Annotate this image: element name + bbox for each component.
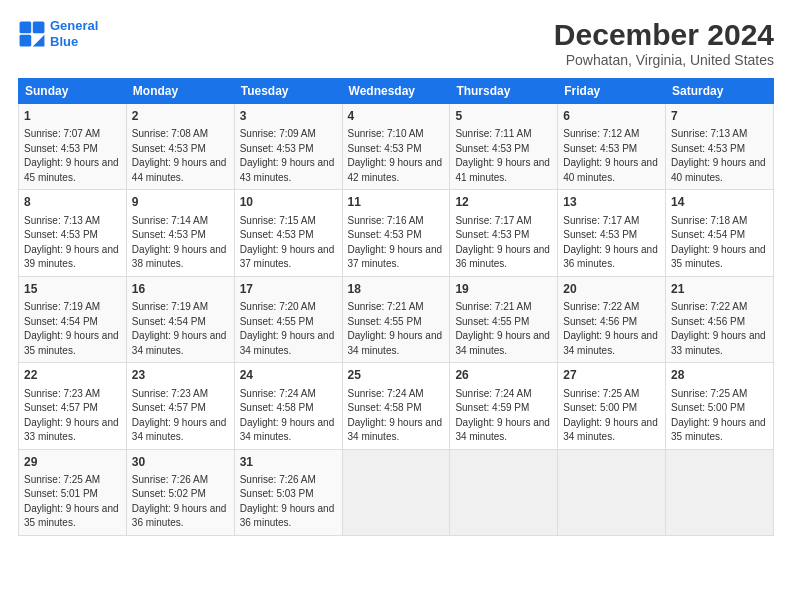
sunset: Sunset: 4:53 PM — [563, 143, 637, 154]
sunrise: Sunrise: 7:14 AM — [132, 215, 208, 226]
sunset: Sunset: 4:53 PM — [348, 229, 422, 240]
daylight: Daylight: 9 hours and 34 minutes. — [348, 417, 443, 443]
day-number: 2 — [132, 108, 229, 125]
sunrise: Sunrise: 7:13 AM — [671, 128, 747, 139]
col-thursday: Thursday — [450, 79, 558, 104]
calendar-cell: 8Sunrise: 7:13 AMSunset: 4:53 PMDaylight… — [19, 190, 127, 276]
page-container: General Blue December 2024 Powhatan, Vir… — [0, 0, 792, 546]
calendar-cell — [558, 449, 666, 535]
calendar-cell: 20Sunrise: 7:22 AMSunset: 4:56 PMDayligh… — [558, 276, 666, 362]
sunset: Sunset: 4:53 PM — [348, 143, 422, 154]
sunrise: Sunrise: 7:22 AM — [563, 301, 639, 312]
day-number: 13 — [563, 194, 660, 211]
sunrise: Sunrise: 7:24 AM — [240, 388, 316, 399]
svg-rect-0 — [20, 21, 32, 33]
calendar-cell: 10Sunrise: 7:15 AMSunset: 4:53 PMDayligh… — [234, 190, 342, 276]
sunset: Sunset: 4:57 PM — [132, 402, 206, 413]
sunrise: Sunrise: 7:25 AM — [671, 388, 747, 399]
day-number: 5 — [455, 108, 552, 125]
svg-marker-3 — [33, 34, 45, 46]
daylight: Daylight: 9 hours and 34 minutes. — [240, 330, 335, 356]
daylight: Daylight: 9 hours and 44 minutes. — [132, 157, 227, 183]
sunrise: Sunrise: 7:20 AM — [240, 301, 316, 312]
logo-general: General — [50, 18, 98, 33]
calendar-cell: 29Sunrise: 7:25 AMSunset: 5:01 PMDayligh… — [19, 449, 127, 535]
calendar-cell: 24Sunrise: 7:24 AMSunset: 4:58 PMDayligh… — [234, 363, 342, 449]
day-number: 6 — [563, 108, 660, 125]
calendar-week-2: 8Sunrise: 7:13 AMSunset: 4:53 PMDaylight… — [19, 190, 774, 276]
day-number: 26 — [455, 367, 552, 384]
sunset: Sunset: 4:53 PM — [563, 229, 637, 240]
day-number: 29 — [24, 454, 121, 471]
sunrise: Sunrise: 7:25 AM — [24, 474, 100, 485]
sunset: Sunset: 4:55 PM — [240, 316, 314, 327]
col-tuesday: Tuesday — [234, 79, 342, 104]
calendar-cell: 19Sunrise: 7:21 AMSunset: 4:55 PMDayligh… — [450, 276, 558, 362]
daylight: Daylight: 9 hours and 35 minutes. — [671, 244, 766, 270]
col-wednesday: Wednesday — [342, 79, 450, 104]
day-number: 9 — [132, 194, 229, 211]
sunset: Sunset: 4:56 PM — [671, 316, 745, 327]
sunset: Sunset: 4:53 PM — [671, 143, 745, 154]
sunset: Sunset: 4:53 PM — [455, 143, 529, 154]
calendar-week-3: 15Sunrise: 7:19 AMSunset: 4:54 PMDayligh… — [19, 276, 774, 362]
day-number: 31 — [240, 454, 337, 471]
daylight: Daylight: 9 hours and 40 minutes. — [671, 157, 766, 183]
day-number: 23 — [132, 367, 229, 384]
calendar-cell: 9Sunrise: 7:14 AMSunset: 4:53 PMDaylight… — [126, 190, 234, 276]
day-number: 27 — [563, 367, 660, 384]
day-number: 17 — [240, 281, 337, 298]
svg-rect-1 — [33, 21, 45, 33]
sunrise: Sunrise: 7:26 AM — [132, 474, 208, 485]
sunset: Sunset: 4:53 PM — [455, 229, 529, 240]
calendar-cell: 27Sunrise: 7:25 AMSunset: 5:00 PMDayligh… — [558, 363, 666, 449]
sunrise: Sunrise: 7:11 AM — [455, 128, 531, 139]
daylight: Daylight: 9 hours and 34 minutes. — [240, 417, 335, 443]
calendar-header: Sunday Monday Tuesday Wednesday Thursday… — [19, 79, 774, 104]
day-number: 18 — [348, 281, 445, 298]
logo-blue: Blue — [50, 34, 78, 49]
header-row: Sunday Monday Tuesday Wednesday Thursday… — [19, 79, 774, 104]
sunrise: Sunrise: 7:09 AM — [240, 128, 316, 139]
sunset: Sunset: 5:03 PM — [240, 488, 314, 499]
day-number: 12 — [455, 194, 552, 211]
daylight: Daylight: 9 hours and 42 minutes. — [348, 157, 443, 183]
calendar-cell: 31Sunrise: 7:26 AMSunset: 5:03 PMDayligh… — [234, 449, 342, 535]
daylight: Daylight: 9 hours and 35 minutes. — [24, 330, 119, 356]
daylight: Daylight: 9 hours and 45 minutes. — [24, 157, 119, 183]
sunset: Sunset: 4:53 PM — [132, 229, 206, 240]
day-number: 14 — [671, 194, 768, 211]
daylight: Daylight: 9 hours and 34 minutes. — [455, 330, 550, 356]
calendar-cell: 4Sunrise: 7:10 AMSunset: 4:53 PMDaylight… — [342, 104, 450, 190]
calendar-cell: 16Sunrise: 7:19 AMSunset: 4:54 PMDayligh… — [126, 276, 234, 362]
daylight: Daylight: 9 hours and 33 minutes. — [671, 330, 766, 356]
calendar-cell: 15Sunrise: 7:19 AMSunset: 4:54 PMDayligh… — [19, 276, 127, 362]
sunset: Sunset: 4:56 PM — [563, 316, 637, 327]
daylight: Daylight: 9 hours and 39 minutes. — [24, 244, 119, 270]
daylight: Daylight: 9 hours and 41 minutes. — [455, 157, 550, 183]
daylight: Daylight: 9 hours and 34 minutes. — [563, 417, 658, 443]
day-number: 4 — [348, 108, 445, 125]
title-block: December 2024 Powhatan, Virginia, United… — [554, 18, 774, 68]
calendar-cell: 26Sunrise: 7:24 AMSunset: 4:59 PMDayligh… — [450, 363, 558, 449]
daylight: Daylight: 9 hours and 36 minutes. — [455, 244, 550, 270]
sunrise: Sunrise: 7:08 AM — [132, 128, 208, 139]
calendar-cell: 22Sunrise: 7:23 AMSunset: 4:57 PMDayligh… — [19, 363, 127, 449]
sunrise: Sunrise: 7:23 AM — [132, 388, 208, 399]
sunset: Sunset: 4:55 PM — [348, 316, 422, 327]
sunset: Sunset: 4:53 PM — [240, 143, 314, 154]
calendar-body: 1Sunrise: 7:07 AMSunset: 4:53 PMDaylight… — [19, 104, 774, 536]
sunset: Sunset: 4:54 PM — [671, 229, 745, 240]
day-number: 7 — [671, 108, 768, 125]
sunset: Sunset: 4:53 PM — [24, 143, 98, 154]
day-number: 15 — [24, 281, 121, 298]
daylight: Daylight: 9 hours and 36 minutes. — [132, 503, 227, 529]
subtitle: Powhatan, Virginia, United States — [554, 52, 774, 68]
sunset: Sunset: 5:02 PM — [132, 488, 206, 499]
svg-rect-2 — [20, 34, 32, 46]
calendar-cell: 12Sunrise: 7:17 AMSunset: 4:53 PMDayligh… — [450, 190, 558, 276]
calendar-cell: 25Sunrise: 7:24 AMSunset: 4:58 PMDayligh… — [342, 363, 450, 449]
calendar-cell — [450, 449, 558, 535]
sunset: Sunset: 4:53 PM — [24, 229, 98, 240]
main-title: December 2024 — [554, 18, 774, 52]
